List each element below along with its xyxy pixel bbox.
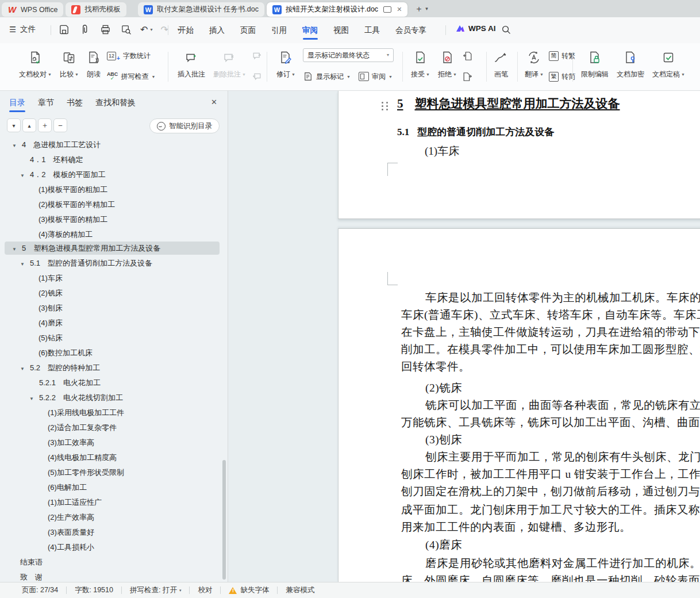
toc-item[interactable]: ▼5.2.2 电火花线切割加工 [5, 391, 220, 404]
tab-document-2-active[interactable]: W 按钮开关支架注射模设计.doc ✕ [267, 2, 407, 17]
toc-item[interactable]: (2)适合加工复杂零件 [5, 421, 220, 434]
toc-item[interactable]: (6)数控加工机床 [5, 346, 220, 359]
wps-ai-button[interactable]: WPS AI [456, 24, 496, 33]
compare-button[interactable]: 比较▼ [56, 47, 83, 81]
toc-item[interactable]: (4)薄板的精加工 [5, 228, 220, 241]
proofread-status[interactable]: 校对 [198, 585, 212, 595]
expand-all-button[interactable]: ▾ [7, 118, 21, 132]
save-icon[interactable] [57, 23, 70, 36]
chevron-expanded-icon[interactable]: ▼ [20, 258, 30, 270]
track-changes-button[interactable]: 修订▼ [272, 47, 299, 81]
sidebar-tab-chapters[interactable]: 章节 [38, 91, 54, 114]
output-pdf-icon[interactable] [78, 23, 91, 36]
show-markup-button[interactable]: 显示标记▼ [303, 69, 351, 84]
toc-item[interactable]: 4．1 坯料确定 [5, 153, 220, 166]
paragraph-drag-handle-icon[interactable] [382, 102, 389, 111]
close-tab-icon[interactable]: ✕ [397, 6, 402, 13]
insert-comment-button[interactable]: 插入批注 [174, 47, 209, 81]
toc-item[interactable]: 致 谢 [5, 570, 220, 582]
toc-item[interactable]: (4)磨床 [5, 316, 220, 329]
enter-focus-mode-icon[interactable] [383, 6, 391, 13]
chevron-expanded-icon[interactable]: ▼ [12, 243, 22, 255]
read-aloud-button[interactable]: 朗读 [83, 47, 105, 81]
word-count-indicator[interactable]: 字数: 19510 [75, 585, 113, 595]
toc-item[interactable]: 结束语 [5, 555, 220, 569]
ink-brush-button[interactable]: 画笔 [490, 47, 513, 81]
restrict-editing-button[interactable]: 限制编辑 [577, 47, 613, 81]
tab-page[interactable]: 页面 [239, 18, 257, 43]
tab-references[interactable]: 引用 [270, 18, 288, 43]
toc-item[interactable]: (3)表面质量好 [5, 526, 220, 539]
tab-review-active[interactable]: 审阅 [301, 18, 319, 43]
chevron-expanded-icon[interactable]: ▼ [20, 362, 30, 375]
tab-tools[interactable]: 工具 [363, 18, 381, 43]
encrypt-document-button[interactable]: 文档加密 [613, 47, 648, 81]
toc-item[interactable]: (1)车床 [5, 271, 220, 285]
toc-item[interactable]: ▼4．2 模板的平面加工 [5, 168, 220, 181]
compatibility-mode-badge[interactable]: 兼容模式 [286, 585, 314, 595]
print-preview-icon[interactable] [120, 23, 132, 36]
spell-check-button[interactable]: ABC✓ 拼写检查▼ [107, 69, 155, 84]
toc-item[interactable]: (1)加工适应性广 [5, 496, 220, 509]
sidebar-tab-contents[interactable]: 目录 [9, 91, 25, 114]
toc-item[interactable]: (6)电解加工 [5, 481, 220, 494]
toc-item[interactable]: (3)刨床 [5, 301, 220, 315]
sidebar-tab-find-replace[interactable]: 查找和替换 [95, 91, 136, 114]
toc-item[interactable]: (3)模板平面的精加工 [5, 213, 220, 226]
toc-item[interactable]: 5.2.1 电火花加工 [5, 376, 220, 389]
next-change-button[interactable] [462, 69, 473, 84]
simplified-to-traditional-button[interactable]: 简 转繁 [549, 48, 575, 63]
tab-insert[interactable]: 插入 [208, 18, 226, 43]
toc-item[interactable]: (2)铣床 [5, 286, 220, 300]
previous-change-button[interactable] [462, 48, 473, 63]
toc-item[interactable]: ▼5.1 型腔的普通切削加工方法及设备 [5, 256, 220, 270]
tab-docer-templates[interactable]: 找稻壳模板 [66, 2, 126, 17]
tab-view[interactable]: 视图 [332, 18, 350, 43]
toc-item[interactable]: (2)模板平面的半精加工 [5, 198, 220, 211]
new-tab-button[interactable]: ＋ [414, 3, 423, 14]
tab-home[interactable]: 开始 [177, 18, 195, 43]
collapse-all-button[interactable]: ▴ [22, 118, 36, 132]
toc-item[interactable]: (1)采用线电极加工工件 [5, 406, 220, 419]
tab-wps-office[interactable]: W WPS Office [2, 2, 63, 17]
file-menu[interactable]: ☰ 文件 [9, 24, 36, 34]
toc-item[interactable]: (2)生产效率高 [5, 511, 220, 524]
tab-member[interactable]: 会员专享 [394, 18, 428, 43]
close-sidebar-icon[interactable]: ✕ [211, 98, 217, 106]
translate-button[interactable]: 翻译▼ [521, 47, 548, 81]
print-icon[interactable] [99, 23, 111, 36]
page-indicator[interactable]: 页面: 27/34 [22, 585, 58, 595]
toc-item[interactable]: (3)加工效率高 [5, 436, 220, 449]
undo-dropdown-icon[interactable]: ▾ [150, 27, 152, 32]
accept-change-button[interactable]: 接受▼ [407, 47, 434, 81]
missing-font-warning[interactable]: ! 缺失字体 [229, 585, 269, 595]
spellcheck-status[interactable]: 拼写检查: 打开▾ [130, 585, 181, 595]
toc-item[interactable]: (4)线电极加工精度高 [5, 451, 220, 464]
toc-item[interactable]: (4)工具损耗小 [5, 540, 220, 554]
word-count-button[interactable]: 12+ 字数统计 [107, 48, 155, 63]
document-page-28[interactable]: 车床是以加工回转体零件为主的机械加工机床。车床的种类很多，包括卧式 车床(普通车… [338, 228, 700, 582]
traditional-to-simplified-button[interactable]: 繁 转简 [549, 69, 575, 84]
chevron-expanded-icon[interactable]: ▼ [20, 169, 30, 182]
review-pane-button[interactable]: 审阅▼ [359, 69, 393, 84]
toc-item-selected[interactable]: ▼5 塑料急进模具型腔常用加工方法及设备 [5, 241, 220, 255]
smart-identify-toc-button[interactable]: 智能识别目录 [149, 118, 220, 133]
doc-proofread-button[interactable]: 文档校对▼ [15, 47, 56, 81]
finalize-document-button[interactable]: 文档定稿▼ [648, 47, 689, 81]
toc-item[interactable]: ▼4 急进模加工工艺设计 [5, 138, 220, 151]
sidebar-scrollbar[interactable] [222, 460, 226, 580]
toc-item[interactable]: (5)加工零件形状受限制 [5, 466, 220, 479]
chevron-expanded-icon[interactable]: ▼ [12, 139, 22, 152]
sidebar-tab-bookmarks[interactable]: 书签 [67, 91, 83, 114]
tab-document-1[interactable]: W 取付支架急进模设计 任务书.doc [138, 2, 264, 17]
document-page-27[interactable]: 5塑料急进模具型腔常用加工方法及设备 5.1型腔的普通切削加工方法及设备 (1)… [338, 91, 700, 219]
tab-list-dropdown-icon[interactable]: ▾ [425, 6, 428, 12]
zoom-out-outline-button[interactable]: − [53, 118, 67, 132]
zoom-in-outline-button[interactable]: ＋ [38, 118, 52, 132]
undo-icon[interactable]: ↶ [140, 24, 148, 35]
chevron-expanded-icon[interactable]: ▼ [29, 392, 39, 405]
toc-item[interactable]: (1)模板平面的粗加工 [5, 183, 220, 196]
toc-item[interactable]: (5)钻床 [5, 331, 220, 344]
reject-change-button[interactable]: 拒绝▼ [434, 47, 461, 81]
search-icon[interactable] [501, 25, 511, 34]
